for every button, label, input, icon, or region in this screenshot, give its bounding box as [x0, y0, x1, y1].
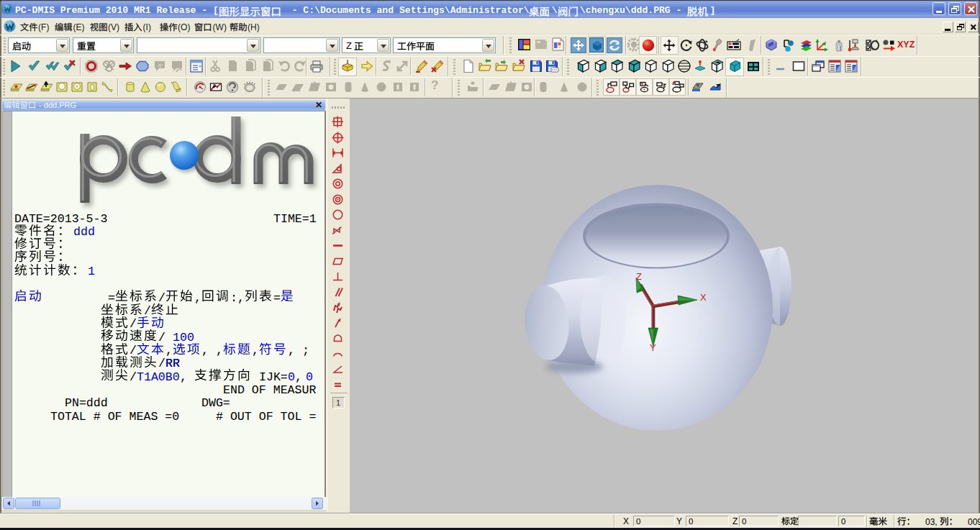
svg-text:X: X [700, 292, 707, 303]
svg-text:Z: Z [636, 271, 642, 282]
svg-text:Y: Y [650, 342, 656, 353]
